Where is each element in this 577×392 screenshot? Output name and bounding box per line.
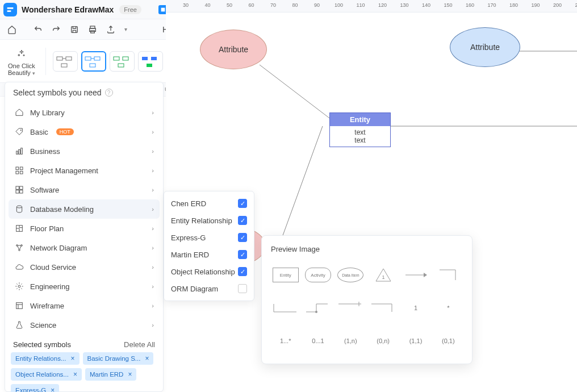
- app-logo: [3, 3, 17, 16]
- selected-tag[interactable]: Express-G×: [11, 384, 59, 392]
- category-label: Cloud Service: [30, 263, 76, 272]
- pv-conn-1: [273, 301, 299, 315]
- category-database-modeling[interactable]: Database Modeling›: [9, 199, 160, 219]
- category-floor-plan[interactable]: Floor Plan›: [9, 219, 160, 238]
- remove-tag-icon[interactable]: ×: [145, 355, 149, 362]
- remove-tag-icon[interactable]: ×: [51, 386, 55, 392]
- submenu-label: Entity Relationship: [171, 216, 232, 225]
- remove-tag-icon[interactable]: ×: [70, 355, 74, 362]
- tag-label: Basic Drawing S...: [87, 355, 141, 362]
- attribute-shape-1[interactable]: Attribute: [200, 30, 267, 69]
- category-engineering[interactable]: Engineering›: [9, 277, 160, 296]
- ruler-tick: 110: [356, 2, 365, 8]
- ruler-tick: 210: [575, 2, 577, 8]
- svg-rect-50: [16, 190, 19, 193]
- svg-rect-14: [118, 64, 124, 67]
- category-basic[interactable]: BasicHOT›: [9, 122, 160, 141]
- category-software[interactable]: Software›: [9, 180, 160, 199]
- category-science[interactable]: Science›: [9, 315, 160, 335]
- theme-tile-3[interactable]: [110, 51, 135, 72]
- category-cloud-service[interactable]: Cloud Service›: [9, 257, 160, 277]
- category-label: Basic: [30, 128, 48, 136]
- checkbox[interactable]: ✓: [238, 199, 247, 208]
- category-label: Network Diagram: [30, 244, 87, 252]
- selected-tag[interactable]: Object Relations...×: [11, 368, 82, 381]
- svg-rect-46: [16, 171, 19, 174]
- database-modeling-submenu: Chen ERD✓Entity Relationship✓Express-G✓M…: [164, 191, 254, 301]
- submenu-item-orm-diagram[interactable]: ORM Diagram: [164, 280, 254, 297]
- checkbox[interactable]: [238, 284, 247, 293]
- redo-button[interactable]: [48, 22, 65, 37]
- print-button[interactable]: [84, 22, 101, 37]
- selected-tag[interactable]: Martin ERD×: [85, 368, 136, 381]
- category-my-library[interactable]: My Library›: [9, 103, 160, 122]
- pv-conn-3: [337, 301, 363, 315]
- delete-all-button[interactable]: Delete All: [124, 340, 155, 349]
- chevron-right-icon: ›: [152, 206, 154, 212]
- attribute-shape-2[interactable]: Attribute: [450, 27, 520, 67]
- category-label: Project Management: [30, 166, 98, 175]
- category-business[interactable]: Business›: [9, 141, 160, 161]
- tag-label: Object Relations...: [15, 371, 69, 378]
- category-label: Engineering: [30, 282, 69, 291]
- entity-shape[interactable]: Entity text text: [329, 112, 391, 147]
- wire-icon: [14, 301, 24, 311]
- svg-rect-41: [16, 151, 18, 154]
- category-label: My Library: [30, 109, 65, 117]
- theme-tile-4[interactable]: [138, 51, 163, 72]
- export-button[interactable]: [102, 22, 119, 37]
- one-click-label: One ClickBeautify ▾: [8, 62, 35, 77]
- ruler-tick: 180: [509, 2, 518, 8]
- tag-icon: [14, 127, 24, 137]
- category-list: My Library›BasicHOT›Business›Project Man…: [5, 103, 163, 335]
- category-label: Business: [30, 147, 60, 156]
- app-name: Wondershare EdrawMax: [22, 5, 114, 14]
- chevron-right-icon: ›: [152, 148, 154, 155]
- gear-icon: [14, 281, 24, 291]
- svg-rect-17: [147, 64, 152, 67]
- remove-tag-icon[interactable]: ×: [73, 370, 77, 378]
- network-icon: [14, 243, 24, 253]
- ruler-tick: 130: [400, 2, 408, 8]
- submenu-label: Martin ERD: [171, 251, 209, 259]
- chevron-right-icon: ›: [152, 109, 154, 116]
- svg-rect-5: [66, 57, 72, 60]
- svg-rect-45: [20, 167, 23, 170]
- undo-button[interactable]: [30, 22, 47, 37]
- category-label: Software: [30, 186, 59, 194]
- submenu-item-express-g[interactable]: Express-G✓: [164, 229, 254, 246]
- checkbox[interactable]: ✓: [238, 216, 247, 225]
- checkbox[interactable]: ✓: [238, 250, 247, 259]
- theme-tile-1[interactable]: [53, 51, 78, 72]
- selected-tag[interactable]: Basic Drawing S...×: [83, 352, 154, 365]
- svg-rect-15: [142, 57, 148, 60]
- svg-rect-43: [21, 148, 23, 155]
- more-qa-button[interactable]: ▾: [120, 22, 131, 37]
- help-icon[interactable]: ?: [105, 89, 113, 97]
- pv-card-0: 1...*: [280, 337, 291, 344]
- submenu-item-martin-erd[interactable]: Martin ERD✓: [164, 246, 254, 263]
- svg-rect-11: [90, 64, 95, 67]
- pv-arrow: [403, 268, 429, 282]
- submenu-item-object-relationship[interactable]: Object Relationship✓: [164, 263, 254, 280]
- category-network-diagram[interactable]: Network Diagram›: [9, 238, 160, 257]
- pv-entity: Entity: [273, 268, 299, 282]
- chevron-right-icon: ›: [152, 186, 154, 193]
- theme-tile-2[interactable]: [81, 51, 106, 72]
- ruler-tick: 80: [292, 2, 298, 8]
- pv-card-1: 0...1: [312, 337, 324, 344]
- category-wireframe[interactable]: Wireframe›: [9, 296, 160, 315]
- one-click-beautify[interactable]: One ClickBeautify ▾: [5, 43, 39, 79]
- checkbox[interactable]: ✓: [238, 233, 247, 242]
- ruler-tick: 120: [378, 2, 387, 8]
- home-button[interactable]: [3, 22, 20, 37]
- svg-rect-7: [61, 64, 67, 67]
- selected-tag[interactable]: Entity Relations...×: [11, 352, 80, 365]
- panel-title: Select symbols you need: [13, 88, 102, 97]
- remove-tag-icon[interactable]: ×: [128, 370, 132, 378]
- category-project-management[interactable]: Project Management›: [9, 161, 160, 180]
- submenu-item-chen-erd[interactable]: Chen ERD✓: [164, 195, 254, 212]
- save-button[interactable]: [66, 22, 83, 37]
- submenu-item-entity-relationship[interactable]: Entity Relationship✓: [164, 212, 254, 229]
- checkbox[interactable]: ✓: [238, 267, 247, 276]
